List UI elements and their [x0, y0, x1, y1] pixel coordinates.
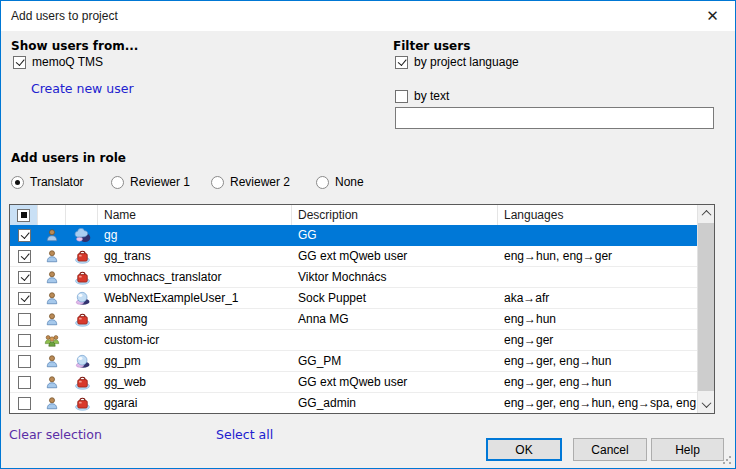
user-name: ggarai [98, 393, 292, 413]
user-languages: eng→ger, eng→hun [498, 351, 697, 371]
radio-reviewer-2-circle[interactable] [211, 176, 224, 189]
row-checkbox[interactable] [18, 313, 31, 326]
table-row[interactable]: ggarai GG_admin eng→ger, eng→hun, eng→sp… [10, 393, 697, 413]
text-filter-input[interactable] [395, 107, 714, 129]
user-description: GG ext mQweb user [292, 372, 498, 392]
briefcase-icon [66, 249, 98, 264]
user-name: gg_pm [98, 351, 292, 371]
clear-selection-link[interactable]: Clear selection [9, 427, 102, 442]
header-languages-column[interactable]: Languages [498, 205, 697, 225]
person-icon [38, 270, 66, 285]
row-checkbox[interactable] [18, 250, 31, 263]
row-checkbox[interactable] [18, 376, 31, 389]
user-description [292, 330, 498, 350]
table-row[interactable]: gg GG [10, 225, 697, 246]
scroll-up-icon[interactable] [698, 205, 714, 222]
user-name: gg [98, 225, 292, 245]
briefcase-icon [66, 312, 98, 327]
sphere-icon [66, 291, 98, 306]
user-languages: eng→ger [498, 330, 697, 350]
table-body: gg GG gg_trans GG ext mQweb user eng→hun… [10, 225, 697, 413]
row-checkbox[interactable] [18, 229, 31, 242]
by-text-checkbox-row[interactable]: by text [395, 89, 449, 103]
header-select-all-cell[interactable] [10, 205, 38, 225]
row-checkbox[interactable] [18, 271, 31, 284]
row-checkbox[interactable] [18, 355, 31, 368]
filter-users-heading: Filter users [393, 39, 470, 53]
title-bar: Add users to project ✕ [1, 1, 735, 31]
radio-none-circle[interactable] [316, 176, 329, 189]
help-button[interactable]: Help [651, 438, 724, 461]
select-all-link[interactable]: Select all [216, 427, 273, 442]
by-project-language-label: by project language [414, 55, 519, 69]
user-description: GG_admin [292, 393, 498, 413]
group-icon [38, 333, 66, 348]
user-name: gg_web [98, 372, 292, 392]
user-languages: eng→ger, eng→hun, eng→spa, eng→jpn [498, 393, 697, 413]
radio-reviewer-1-circle[interactable] [111, 176, 124, 189]
table-row[interactable]: custom-icr eng→ger [10, 330, 697, 351]
dialog-title: Add users to project [11, 9, 118, 23]
radio-none-label: None [335, 175, 364, 189]
scrollbar-thumb[interactable] [698, 223, 714, 391]
user-name: custom-icr [98, 330, 292, 350]
radio-reviewer-2[interactable]: Reviewer 2 [211, 175, 290, 189]
add-users-in-role-heading: Add users in role [11, 151, 126, 165]
header-origin-column[interactable] [66, 205, 98, 225]
row-checkbox[interactable] [18, 334, 31, 347]
memoq-cloud-icon [66, 228, 98, 243]
radio-translator-circle[interactable] [11, 176, 24, 189]
radio-translator-label: Translator [30, 175, 84, 189]
by-text-label: by text [414, 89, 449, 103]
add-users-dialog: Add users to project ✕ Show users from..… [0, 0, 736, 469]
cancel-button[interactable]: Cancel [573, 438, 647, 461]
resize-grip-icon[interactable] [722, 455, 732, 465]
person-icon [38, 312, 66, 327]
person-icon [38, 291, 66, 306]
user-description: Anna MG [292, 309, 498, 329]
users-table: Name Description Languages gg GG gg_tran… [9, 204, 715, 414]
by-project-language-checkbox-row[interactable]: by project language [395, 55, 519, 69]
briefcase-icon [66, 270, 98, 285]
table-row[interactable]: vmochnacs_translator Viktor Mochnács [10, 267, 697, 288]
row-checkbox[interactable] [18, 397, 31, 410]
person-icon [38, 354, 66, 369]
table-header: Name Description Languages [10, 205, 697, 225]
person-icon [38, 228, 66, 243]
select-all-checkbox[interactable] [17, 209, 30, 222]
user-languages: aka→afr [498, 288, 697, 308]
header-name-column[interactable]: Name [98, 205, 292, 225]
memoq-tms-checkbox[interactable] [13, 56, 26, 69]
ok-button[interactable]: OK [486, 438, 562, 461]
user-description: Sock Puppet [292, 288, 498, 308]
sphere-icon [66, 354, 98, 369]
user-languages: eng→ger, eng→hun [498, 372, 697, 392]
person-icon [38, 396, 66, 411]
row-checkbox[interactable] [18, 292, 31, 305]
by-text-checkbox[interactable] [395, 90, 408, 103]
header-description-column[interactable]: Description [292, 205, 498, 225]
radio-translator[interactable]: Translator [11, 175, 84, 189]
radio-none[interactable]: None [316, 175, 364, 189]
show-users-from-heading: Show users from... [11, 39, 138, 53]
user-name: gg_trans [98, 246, 292, 266]
vertical-scrollbar[interactable] [697, 205, 714, 413]
radio-reviewer-2-label: Reviewer 2 [230, 175, 290, 189]
briefcase-icon [66, 375, 98, 390]
memoq-tms-checkbox-row[interactable]: memoQ TMS [13, 55, 103, 69]
scroll-down-icon[interactable] [698, 396, 714, 413]
table-row[interactable]: annamg Anna MG eng→hun [10, 309, 697, 330]
table-row[interactable]: gg_pm GG_PM eng→ger, eng→hun [10, 351, 697, 372]
memoq-tms-label: memoQ TMS [32, 55, 103, 69]
create-new-user-link[interactable]: Create new user [31, 81, 134, 96]
table-row[interactable]: WebNextExampleUser_1 Sock Puppet aka→afr [10, 288, 697, 309]
close-icon[interactable]: ✕ [690, 1, 735, 31]
user-name: annamg [98, 309, 292, 329]
user-name: vmochnacs_translator [98, 267, 292, 287]
table-row[interactable]: gg_web GG ext mQweb user eng→ger, eng→hu… [10, 372, 697, 393]
user-description: GG [292, 225, 498, 245]
header-user-type-column[interactable] [38, 205, 66, 225]
radio-reviewer-1[interactable]: Reviewer 1 [111, 175, 190, 189]
table-row[interactable]: gg_trans GG ext mQweb user eng→hun, eng→… [10, 246, 697, 267]
by-project-language-checkbox[interactable] [395, 56, 408, 69]
